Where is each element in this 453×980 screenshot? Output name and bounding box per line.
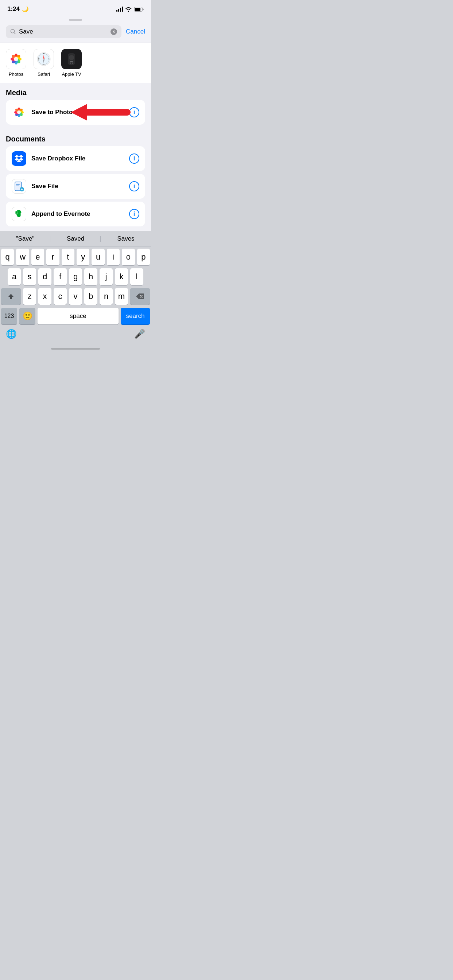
- predictive-save-quoted[interactable]: "Save": [0, 234, 50, 244]
- search-icon: [10, 29, 16, 35]
- key-i[interactable]: i: [107, 249, 120, 266]
- action-item-append-evernote[interactable]: Append to Evernote i: [6, 202, 145, 226]
- key-w[interactable]: w: [16, 249, 29, 266]
- svg-text:W: W: [38, 57, 40, 60]
- action-item-save-photo-album[interactable]: Save to Photo Album i: [6, 100, 145, 125]
- key-t[interactable]: t: [62, 249, 74, 266]
- key-y[interactable]: y: [77, 249, 89, 266]
- home-indicator: [0, 346, 151, 353]
- append-evernote-info-btn[interactable]: i: [129, 209, 139, 219]
- microphone-icon[interactable]: 🎤: [134, 329, 145, 339]
- key-d[interactable]: d: [38, 268, 51, 285]
- key-o[interactable]: o: [122, 249, 135, 266]
- svg-text:N: N: [43, 52, 45, 55]
- key-a[interactable]: a: [8, 268, 21, 285]
- photos-app-icon: [6, 49, 26, 69]
- key-m[interactable]: m: [115, 288, 128, 305]
- save-file-label: Save File: [31, 183, 124, 190]
- predictive-saves[interactable]: Saves: [100, 234, 151, 244]
- svg-point-24: [70, 63, 71, 64]
- key-l[interactable]: l: [130, 268, 144, 285]
- key-row-3: z x c v b n m: [1, 288, 150, 305]
- media-action-list: Save to Photo Album i: [0, 100, 151, 129]
- section-header-media: Media: [0, 83, 151, 100]
- safari-app-label: Safari: [38, 72, 50, 77]
- key-r[interactable]: r: [46, 249, 59, 266]
- wifi-icon: [125, 6, 132, 12]
- key-b[interactable]: b: [84, 288, 97, 305]
- app-item-photos[interactable]: Photos: [6, 49, 26, 77]
- predictive-saved[interactable]: Saved: [50, 234, 100, 244]
- evernote-action-icon: [12, 207, 26, 221]
- svg-rect-39: [16, 186, 19, 186]
- svg-rect-23: [70, 61, 73, 62]
- key-p[interactable]: p: [137, 249, 150, 266]
- key-s[interactable]: s: [23, 268, 36, 285]
- globe-mic-row: 🌐 🎤: [0, 326, 151, 346]
- key-z[interactable]: z: [23, 288, 36, 305]
- status-bar: 1:24 🌙: [0, 0, 151, 16]
- key-n[interactable]: n: [100, 288, 113, 305]
- appletv-app-label: Apple TV: [62, 72, 81, 77]
- save-photo-album-info-btn[interactable]: i: [129, 107, 139, 118]
- key-g[interactable]: g: [69, 268, 82, 285]
- globe-icon[interactable]: 🌐: [6, 329, 17, 339]
- photos-app-label: Photos: [9, 72, 23, 77]
- svg-point-34: [17, 110, 21, 114]
- clear-button[interactable]: ×: [110, 29, 117, 35]
- signal-bars-icon: [116, 6, 123, 12]
- predictive-bar: "Save" Saved Saves: [0, 231, 151, 247]
- safari-app-icon: N S W E: [33, 49, 54, 69]
- search-input-wrapper[interactable]: Save ×: [6, 25, 121, 38]
- search-input[interactable]: Save: [19, 28, 108, 35]
- moon-icon: 🌙: [22, 6, 29, 13]
- documents-action-list: Save Dropbox File i + Save File i: [0, 146, 151, 231]
- save-file-info-btn[interactable]: i: [129, 181, 139, 191]
- save-dropbox-label: Save Dropbox File: [31, 155, 124, 162]
- key-u[interactable]: u: [91, 249, 104, 266]
- appletv-app-icon: [61, 49, 82, 69]
- key-v[interactable]: v: [69, 288, 82, 305]
- key-e[interactable]: e: [31, 249, 44, 266]
- status-icons: [116, 6, 144, 12]
- action-item-save-file[interactable]: + Save File i: [6, 174, 145, 199]
- app-row: Photos N S W E Safari: [0, 43, 151, 83]
- append-evernote-label: Append to Evernote: [31, 210, 124, 218]
- savefile-action-icon: +: [12, 179, 26, 194]
- key-k[interactable]: k: [115, 268, 128, 285]
- emoji-key[interactable]: 🙂: [19, 308, 35, 325]
- key-h[interactable]: h: [84, 268, 97, 285]
- key-j[interactable]: j: [100, 268, 113, 285]
- svg-rect-1: [135, 8, 140, 11]
- section-header-documents: Documents: [0, 129, 151, 146]
- sheet-handle: [69, 19, 82, 21]
- key-rows: q w e r t y u i o p a s d f g h j k l: [0, 247, 151, 305]
- app-item-safari[interactable]: N S W E Safari: [33, 49, 54, 77]
- numbers-key[interactable]: 123: [1, 308, 17, 325]
- space-key[interactable]: space: [38, 308, 118, 325]
- bottom-key-row: 123 🙂 space search: [0, 305, 151, 326]
- save-dropbox-info-btn[interactable]: i: [129, 153, 139, 164]
- action-item-save-dropbox[interactable]: Save Dropbox File i: [6, 146, 145, 171]
- search-bar-container: Save × Cancel: [0, 22, 151, 43]
- shift-key[interactable]: [1, 288, 21, 305]
- cancel-button[interactable]: Cancel: [126, 28, 145, 35]
- key-row-2: a s d f g h j k l: [1, 268, 150, 285]
- delete-key[interactable]: [130, 288, 150, 305]
- status-time: 1:24 🌙: [7, 5, 29, 13]
- svg-point-22: [69, 55, 74, 60]
- svg-text:+: +: [21, 188, 23, 191]
- home-bar: [51, 348, 100, 350]
- key-q[interactable]: q: [1, 249, 14, 266]
- svg-marker-36: [71, 104, 87, 121]
- keyboard: "Save" Saved Saves q w e r t y u i o p a…: [0, 231, 151, 353]
- key-row-1: q w e r t y u i o p: [1, 249, 150, 266]
- app-item-appletv[interactable]: Apple TV: [61, 49, 82, 77]
- key-f[interactable]: f: [54, 268, 67, 285]
- key-x[interactable]: x: [38, 288, 51, 305]
- key-c[interactable]: c: [54, 288, 67, 305]
- search-key[interactable]: search: [121, 308, 150, 325]
- svg-point-25: [72, 63, 73, 64]
- time-display: 1:24: [7, 5, 20, 13]
- dropbox-action-icon: [12, 151, 26, 166]
